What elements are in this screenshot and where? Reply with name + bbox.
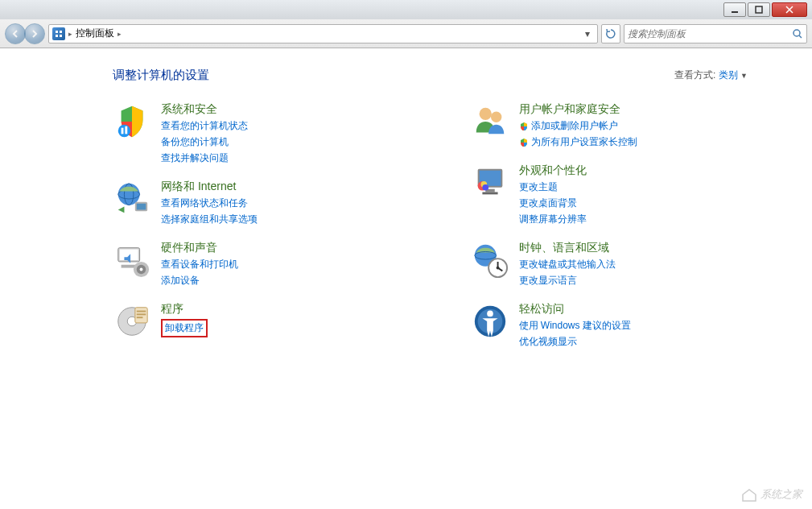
svg-rect-2	[56, 31, 58, 33]
category-title-network-internet[interactable]: 网络和 Internet	[161, 180, 258, 194]
svg-point-39	[496, 267, 499, 270]
category-link[interactable]: 添加或删除用户帐户	[519, 119, 637, 133]
svg-rect-24	[137, 311, 146, 312]
category-content: 时钟、语言和区域更改键盘或其他输入法更改显示语言	[519, 241, 616, 288]
minimize-button[interactable]	[723, 2, 746, 17]
category-ease-of-access: 轻松访问使用 Windows 建议的设置优化视频显示	[471, 302, 781, 349]
appearance-icon	[471, 163, 509, 202]
svg-point-7	[118, 125, 130, 137]
forward-button[interactable]	[24, 23, 45, 44]
svg-rect-14	[137, 204, 146, 210]
page-title: 调整计算机的设置	[113, 68, 209, 83]
svg-rect-1	[756, 6, 762, 13]
category-content: 轻松访问使用 Windows 建议的设置优化视频显示	[519, 302, 631, 349]
category-link[interactable]: 更改桌面背景	[519, 197, 587, 210]
content-area: 调整计算机的设置 查看方式: 类别 ▼ 系统和安全查看您的计算机状态备份您的计算…	[0, 48, 812, 509]
watermark-text: 系统之家	[760, 487, 802, 502]
control-panel-icon	[52, 27, 65, 40]
user-accounts-icon	[471, 102, 509, 141]
category-title-clock-region[interactable]: 时钟、语言和区域	[519, 241, 616, 255]
programs-icon	[113, 302, 151, 341]
category-clock-region: 时钟、语言和区域更改键盘或其他输入法更改显示语言	[471, 241, 781, 288]
category-user-accounts: 用户帐户和家庭安全添加或删除用户帐户为所有用户设置家长控制	[471, 102, 781, 149]
category-link[interactable]: 查看网络状态和任务	[161, 197, 258, 210]
svg-rect-5	[60, 35, 62, 37]
clock-region-icon	[471, 241, 509, 279]
refresh-button[interactable]	[601, 24, 620, 43]
category-system-security: 系统和安全查看您的计算机状态备份您的计算机查找并解决问题	[113, 102, 422, 165]
maximize-button[interactable]	[748, 2, 770, 17]
category-content: 程序卸载程序	[161, 302, 208, 337]
svg-rect-32	[482, 192, 497, 195]
breadcrumb-text[interactable]: 控制面板	[76, 27, 114, 40]
category-programs: 程序卸载程序	[113, 302, 422, 341]
category-network-internet: 网络和 Internet查看网络状态和任务选择家庭组和共享选项	[113, 180, 422, 226]
category-content: 系统和安全查看您的计算机状态备份您的计算机查找并解决问题	[161, 102, 248, 165]
category-link[interactable]: 使用 Windows 建议的设置	[519, 319, 631, 333]
svg-rect-4	[56, 35, 58, 37]
breadcrumb-separator: ▸	[117, 30, 122, 38]
search-icon	[792, 28, 803, 39]
category-link[interactable]: 查看设备和打印机	[161, 258, 238, 271]
watermark: 系统之家	[741, 486, 802, 503]
svg-point-35	[482, 184, 488, 191]
category-title-user-accounts[interactable]: 用户帐户和家庭安全	[519, 102, 637, 117]
category-title-ease-of-access[interactable]: 轻松访问	[519, 302, 631, 317]
svg-rect-9	[125, 126, 127, 134]
category-link[interactable]: 更改键盘或其他输入法	[519, 258, 616, 271]
category-content: 外观和个性化更改主题更改桌面背景调整屏幕分辨率	[519, 163, 587, 226]
category-title-hardware-sound[interactable]: 硬件和声音	[161, 241, 238, 255]
category-link[interactable]: 备份您的计算机	[161, 135, 248, 149]
breadcrumb[interactable]: ▸ 控制面板 ▸ ▾	[48, 24, 598, 43]
category-link[interactable]: 查看您的计算机状态	[161, 119, 248, 133]
svg-point-28	[490, 112, 501, 122]
svg-rect-8	[122, 128, 124, 134]
left-column: 系统和安全查看您的计算机状态备份您的计算机查找并解决问题网络和 Internet…	[113, 102, 422, 349]
content-header: 调整计算机的设置 查看方式: 类别 ▼	[32, 68, 780, 83]
category-hardware-sound: 硬件和声音查看设备和打印机添加设备	[113, 241, 422, 288]
category-link[interactable]: 卸载程序	[161, 319, 208, 337]
search-input[interactable]	[628, 28, 792, 39]
svg-point-27	[479, 108, 491, 120]
svg-rect-26	[137, 317, 143, 318]
breadcrumb-separator: ▸	[68, 30, 72, 38]
hardware-sound-icon	[113, 241, 151, 279]
category-link[interactable]: 更改主题	[519, 180, 587, 194]
view-by-value[interactable]: 类别	[719, 69, 738, 81]
category-link[interactable]: 更改显示语言	[519, 274, 616, 288]
categories-grid: 系统和安全查看您的计算机状态备份您的计算机查找并解决问题网络和 Internet…	[32, 102, 780, 349]
system-security-icon	[113, 102, 151, 141]
category-content: 用户帐户和家庭安全添加或删除用户帐户为所有用户设置家长控制	[519, 102, 637, 149]
breadcrumb-dropdown-icon[interactable]: ▾	[581, 28, 594, 39]
chevron-down-icon: ▼	[740, 72, 748, 80]
category-link[interactable]: 调整屏幕分辨率	[519, 213, 587, 226]
right-column: 用户帐户和家庭安全添加或删除用户帐户为所有用户设置家长控制外观和个性化更改主题更…	[471, 102, 781, 349]
category-title-appearance[interactable]: 外观和个性化	[519, 163, 587, 178]
category-link[interactable]: 添加设备	[161, 274, 238, 288]
svg-rect-0	[732, 11, 738, 13]
view-by-selector[interactable]: 查看方式: 类别 ▼	[674, 68, 748, 82]
svg-rect-3	[60, 31, 62, 33]
category-link[interactable]: 查找并解决问题	[161, 151, 248, 165]
search-box[interactable]	[624, 24, 807, 43]
svg-rect-25	[137, 313, 146, 315]
ease-of-access-icon	[471, 302, 509, 341]
window-titlebar	[0, 0, 812, 19]
network-internet-icon	[113, 180, 151, 218]
category-link[interactable]: 选择家庭组和共享选项	[161, 213, 258, 226]
back-button[interactable]	[5, 23, 26, 44]
category-link[interactable]: 优化视频显示	[519, 335, 631, 349]
svg-point-20	[140, 268, 143, 271]
category-content: 硬件和声音查看设备和打印机添加设备	[161, 241, 238, 288]
category-title-system-security[interactable]: 系统和安全	[161, 102, 248, 117]
category-appearance: 外观和个性化更改主题更改桌面背景调整屏幕分辨率	[471, 163, 781, 226]
nav-buttons	[5, 23, 45, 44]
svg-point-6	[793, 30, 800, 36]
category-content: 网络和 Internet查看网络状态和任务选择家庭组和共享选项	[161, 180, 258, 226]
view-by-label: 查看方式:	[674, 69, 715, 81]
navigation-bar: ▸ 控制面板 ▸ ▾	[0, 19, 812, 48]
close-button[interactable]	[772, 2, 807, 17]
category-title-programs[interactable]: 程序	[161, 302, 208, 317]
svg-point-42	[487, 311, 493, 317]
category-link[interactable]: 为所有用户设置家长控制	[519, 135, 637, 149]
